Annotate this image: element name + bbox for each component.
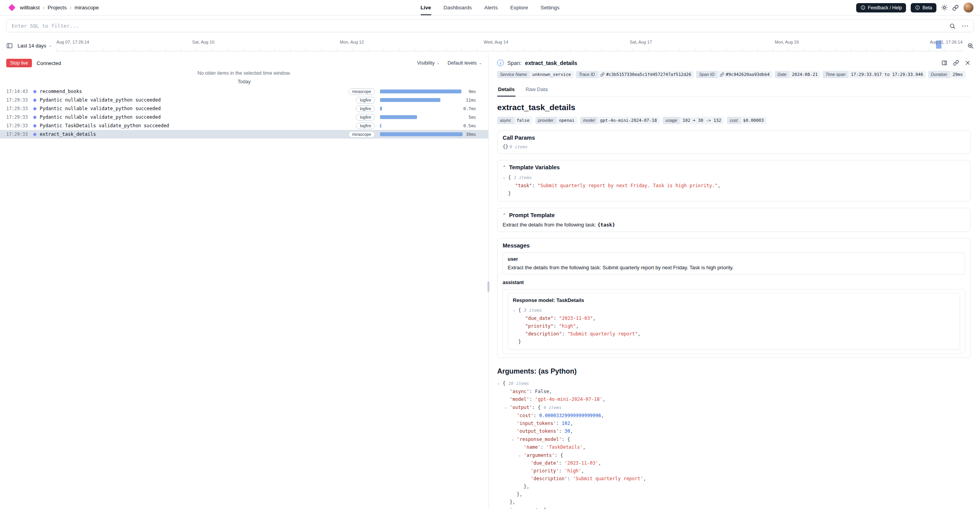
levels-dropdown[interactable]: Default levels ⌄	[448, 60, 482, 66]
tag-service-name: Service Nameunknown_service	[497, 71, 574, 78]
close-icon[interactable]	[965, 60, 971, 66]
trace-row[interactable]: 17:29:33Pydantic nullable validate_pytho…	[0, 113, 488, 121]
prompt-template-text: Extract the details from the following t…	[503, 222, 598, 228]
time-range-dropdown[interactable]: Last 14 days ⌄	[18, 43, 52, 49]
time-range-label: Last 14 days	[18, 43, 46, 49]
span-level-icon	[33, 107, 37, 111]
collapse-icon[interactable]: ⌃	[503, 213, 506, 217]
span-header: i Span: extract_task_details	[497, 60, 971, 66]
code-line: ⌄'messages': [	[497, 506, 971, 509]
collapse-toggle-icon[interactable]: ⌄	[513, 306, 518, 314]
link-icon[interactable]	[600, 72, 605, 77]
trace-row[interactable]: 17:29:33Pydantic nullable validate_pytho…	[0, 104, 488, 113]
dock-panel-icon[interactable]	[941, 60, 947, 66]
scope-badge: mirascope	[348, 131, 375, 138]
duration-bar	[380, 98, 440, 102]
response-model-heading: Response model: TaskDetails	[513, 297, 955, 303]
messages-heading: Messages	[503, 242, 965, 249]
user-message: user Extract the details from the follow…	[503, 253, 965, 274]
detail-tab-details[interactable]: Details	[497, 84, 516, 97]
trace-row[interactable]: 17:29:33extract_task_detailsmirascope30m…	[0, 130, 488, 139]
logo-icon[interactable]	[8, 4, 15, 11]
template-variables-heading: Template Variables	[509, 164, 559, 170]
permalink-icon[interactable]	[953, 60, 959, 66]
tab-live[interactable]: Live	[421, 0, 431, 15]
sql-filter-input[interactable]	[12, 23, 949, 29]
collapse-toggle-icon[interactable]: ⌄	[505, 403, 510, 411]
tab-dashboards[interactable]: Dashboards	[443, 0, 472, 15]
stop-live-button[interactable]: Stop live	[6, 59, 32, 67]
tab-explore[interactable]: Explore	[510, 0, 528, 15]
span-level-icon	[33, 115, 37, 119]
breadcrumb-item-mirascope[interactable]: mirascope	[74, 5, 99, 11]
trace-row-duration: 0.5ms	[463, 123, 476, 128]
tag-cost: cost$0.00003	[727, 117, 766, 124]
call-params-heading: Call Params	[503, 135, 965, 141]
panel-divider[interactable]	[488, 55, 492, 509]
tag-span-id: Span ID#9c942620aa93dbb4	[696, 71, 772, 78]
span-level-icon	[33, 90, 37, 93]
filter-row: ⋯	[0, 16, 980, 36]
feedback-help-button[interactable]: Feedback / Help	[856, 3, 906, 12]
user-message-text: Extract the details from the following t…	[508, 265, 960, 270]
trace-row-name: Pydantic TaskDetails validate_python suc…	[40, 123, 169, 128]
response-model-box: Response model: TaskDetails ⌄{ 3 items"d…	[508, 293, 960, 350]
tag-value: openai	[556, 117, 577, 124]
tag-label: usage	[663, 117, 680, 124]
trace-row[interactable]: 17:29:33Pydantic TaskDetails validate_py…	[0, 121, 488, 130]
visibility-dropdown[interactable]: Visibility ⌄	[417, 60, 440, 66]
trace-row-name: recommend_books	[40, 89, 82, 94]
collapse-toggle-icon[interactable]: ⌄	[498, 379, 503, 387]
trace-list: 17:14:43recommend_booksmirascope9ms17:29…	[0, 87, 488, 139]
breadcrumb-item-willbakst[interactable]: willbakst	[20, 5, 40, 11]
chevron-down-icon: ⌄	[479, 61, 482, 65]
zoom-in-icon[interactable]	[967, 42, 974, 49]
code-line: "due_date": "2023-11-03",	[513, 314, 955, 322]
breadcrumb: willbakst›Projects›mirascope	[20, 5, 99, 11]
collapse-icon[interactable]: ⌃	[503, 165, 506, 169]
span-title: extract_task_details	[497, 103, 971, 112]
user-avatar[interactable]	[963, 2, 974, 13]
trace-row-duration: 5ms	[468, 115, 476, 120]
more-options-icon[interactable]: ⋯	[962, 23, 968, 29]
collapse-toggle-icon[interactable]: ⌄	[503, 173, 508, 181]
duration-bar	[380, 107, 382, 111]
detail-tab-raw-data[interactable]: Raw Data	[525, 84, 549, 97]
duration-bar	[380, 90, 461, 93]
beta-badge[interactable]: Beta	[911, 3, 936, 12]
code-line: 'priority': 'high',	[497, 467, 971, 475]
top-nav: willbakst›Projects›mirascope LiveDashboa…	[0, 0, 980, 16]
tab-settings[interactable]: Settings	[540, 0, 559, 15]
template-variables-section: ⌃ Template Variables ⌄{ 1 items"task": "…	[497, 160, 971, 202]
timeline[interactable]: Aug 07, 17:26:14Sat, Aug 10Mon, Aug 12We…	[56, 36, 962, 55]
span-level-icon	[33, 132, 37, 136]
prompt-template-heading: Prompt Template	[509, 212, 554, 218]
code-line: 'description': 'Submit quarterly report'…	[497, 475, 971, 483]
breadcrumb-item-projects[interactable]: Projects	[48, 5, 67, 11]
link-icon[interactable]	[720, 72, 724, 77]
span-attrs: asyncfalseprovideropenaimodelgpt-4o-mini…	[497, 117, 971, 124]
nav-tabs: LiveDashboardsAlertsExploreSettings	[421, 0, 559, 15]
tag-label: model	[580, 117, 597, 124]
info-icon	[915, 5, 920, 10]
search-icon[interactable]	[949, 23, 955, 29]
trace-row[interactable]: 17:14:43recommend_booksmirascope9ms	[0, 87, 488, 96]
tag-label: Time span	[823, 71, 848, 78]
code-line: 'cost': 0.00003329999999999996,	[497, 412, 971, 419]
theme-toggle-icon[interactable]	[941, 4, 948, 11]
trace-row-time: 17:29:33	[6, 106, 29, 111]
collapse-toggle-icon[interactable]: ⌄	[505, 506, 510, 509]
trace-row[interactable]: 17:29:33Pydantic nullable validate_pytho…	[0, 96, 488, 104]
sidebar-toggle-icon[interactable]	[6, 42, 13, 49]
divider-handle[interactable]	[487, 281, 489, 292]
tag-time-span: Time span17:29:33.917 to 17:29:33.946	[823, 71, 926, 78]
tab-alerts[interactable]: Alerts	[484, 0, 498, 15]
code-line: ⌄{ 1 items	[503, 173, 965, 182]
timeline-date-label: Mon, Aug 19	[775, 40, 799, 44]
code-line: 'input_tokens': 102,	[497, 419, 971, 427]
messages-section: Messages user Extract the details from t…	[497, 238, 971, 358]
collapse-toggle-icon[interactable]: ⌄	[519, 451, 524, 459]
share-link-icon[interactable]	[952, 5, 959, 11]
collapse-toggle-icon[interactable]: ⌄	[512, 435, 517, 443]
scope-badge: mirascope	[348, 88, 375, 95]
